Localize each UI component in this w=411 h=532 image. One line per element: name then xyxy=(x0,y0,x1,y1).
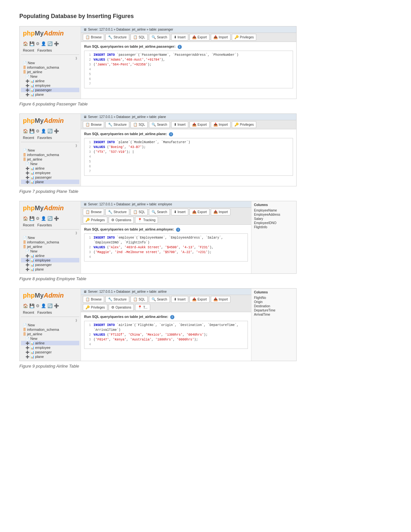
tree-item-new[interactable]: 📄New xyxy=(21,249,79,253)
toolbar-btn-operations[interactable]: ⚙ Operations xyxy=(109,304,134,311)
toolbar-btn-insert[interactable]: ⬇ Insert xyxy=(171,34,188,41)
db-icon[interactable]: 💾 xyxy=(29,41,34,46)
toolbar-btn-import[interactable]: 📥 Import xyxy=(211,34,230,41)
toolbar-btn-privileges[interactable]: 🔑 Privileges xyxy=(83,217,107,223)
plus-icon[interactable]: ➕ xyxy=(54,41,59,46)
toolbar-btn-operations[interactable]: ⚙ Operations xyxy=(109,217,134,223)
tree-item-airline[interactable]: ➕📊airline xyxy=(21,253,79,258)
tree-item-new[interactable]: 📄New xyxy=(21,235,79,240)
home-icon[interactable]: 🏠 xyxy=(23,129,28,133)
plus-icon[interactable]: ➕ xyxy=(54,129,59,133)
toolbar-btn-export[interactable]: 📤 Export xyxy=(190,121,210,128)
tree-item-information_schema[interactable]: 🗄information_schema xyxy=(21,240,79,244)
tree-item-jet_airline[interactable]: 🗄jet_airline xyxy=(21,70,79,74)
query-editor[interactable]: 1 INSERT INTO `passenger`(`PassengerName… xyxy=(84,51,293,88)
query-editor[interactable]: 1 INSERT INTO `plane`(`ModelNumber`, `Ma… xyxy=(84,138,293,176)
sync-icon[interactable]: 🔄 xyxy=(47,303,53,308)
tree-item-jet_airline[interactable]: 🗄jet_airline xyxy=(21,157,79,162)
toolbar-btn-import[interactable]: 📥 Import xyxy=(211,296,230,303)
tree-item-airline[interactable]: ➕📊airline xyxy=(21,79,79,83)
tree-item-information_schema[interactable]: 🗄information_schema xyxy=(21,65,79,70)
query-editor[interactable]: 1 INSERT INTO `airline`(`FlightNo`, `ori… xyxy=(84,321,248,349)
tree-item-jet_airline[interactable]: 🗄jet_airline xyxy=(21,332,79,336)
recent-link[interactable]: Recent xyxy=(23,136,34,140)
tree-item-employee[interactable]: ➕📊employee xyxy=(21,345,79,350)
tree-item-passenger[interactable]: ➕📊passenger xyxy=(21,262,79,267)
tree-item-passenger[interactable]: ➕📊passenger xyxy=(21,175,79,180)
tree-item-employee[interactable]: ➕📊employee xyxy=(21,171,79,175)
toolbar-btn-structure[interactable]: 🔧 Structure xyxy=(105,209,129,215)
tree-item-plane[interactable]: ➕📊plane xyxy=(21,354,79,359)
plus-icon[interactable]: ➕ xyxy=(54,303,59,308)
favorites-link[interactable]: Favorites xyxy=(37,48,52,52)
user-icon[interactable]: 👤 xyxy=(41,129,46,133)
toolbar-btn-structure[interactable]: 🔧 Structure xyxy=(105,296,129,303)
toolbar-btn-browse[interactable]: 📋 Browse xyxy=(83,296,104,303)
plus-icon[interactable]: ➕ xyxy=(54,216,59,221)
tree-item-new[interactable]: 📄New xyxy=(21,61,79,65)
tree-item-information_schema[interactable]: 🗄information_schema xyxy=(21,153,79,157)
user-icon[interactable]: 👤 xyxy=(41,41,46,46)
home-icon[interactable]: 🏠 xyxy=(23,216,28,221)
tree-item-employee[interactable]: ➕📊employee xyxy=(21,258,79,262)
sync-icon[interactable]: 🔄 xyxy=(47,216,53,221)
toolbar-btn-export[interactable]: 📤 Export xyxy=(190,296,210,303)
toolbar-btn-insert[interactable]: ⬇ Insert xyxy=(171,296,188,303)
tree-item-plane[interactable]: ➕📊plane xyxy=(21,180,79,184)
tree-item-employee[interactable]: ➕📊employee xyxy=(21,83,79,88)
recent-link[interactable]: Recent xyxy=(23,310,34,314)
toolbar-btn-browse[interactable]: 📋 Browse xyxy=(83,121,104,128)
toolbar-btn-sql[interactable]: 📋 SQL xyxy=(131,34,148,41)
settings-icon[interactable]: ⚙ xyxy=(36,41,40,46)
toolbar-btn-privileges[interactable]: 🔑 Privileges xyxy=(232,34,256,41)
user-icon[interactable]: 👤 xyxy=(41,303,46,308)
home-icon[interactable]: 🏠 xyxy=(23,303,28,308)
home-icon[interactable]: 🏠 xyxy=(23,41,28,46)
tree-item-jet_airline[interactable]: 🗄jet_airline xyxy=(21,244,79,249)
query-editor[interactable]: 1 INSERT INTO `employee`(`EmployeeName`,… xyxy=(84,233,248,261)
toolbar-btn-export[interactable]: 📤 Export xyxy=(190,209,210,215)
toolbar-btn-sql[interactable]: 📋 SQL xyxy=(131,121,148,128)
sync-icon[interactable]: 🔄 xyxy=(47,41,53,46)
recent-link[interactable]: Recent xyxy=(23,223,34,227)
tree-item-new[interactable]: 📄New xyxy=(21,323,79,327)
tree-item-new[interactable]: 📄New xyxy=(21,162,79,166)
tree-item-new[interactable]: 📄New xyxy=(21,74,79,79)
favorites-link[interactable]: Favorites xyxy=(37,136,52,140)
toolbar-btn-browse[interactable]: 📋 Browse xyxy=(83,34,104,41)
toolbar-btn-insert[interactable]: ⬇ Insert xyxy=(171,121,188,128)
toolbar-btn-search[interactable]: 🔍 Search xyxy=(149,296,170,303)
settings-icon[interactable]: ⚙ xyxy=(36,129,40,133)
toolbar-btn-insert[interactable]: ⬇ Insert xyxy=(171,209,188,215)
favorites-link[interactable]: Favorites xyxy=(37,223,52,227)
toolbar-btn-search[interactable]: 🔍 Search xyxy=(149,209,170,215)
tree-item-plane[interactable]: ➕📊plane xyxy=(21,92,79,97)
settings-icon[interactable]: ⚙ xyxy=(36,216,40,221)
toolbar-btn-search[interactable]: 🔍 Search xyxy=(149,34,170,41)
toolbar-btn-t...[interactable]: 📍 T... xyxy=(135,304,150,311)
tree-item-information_schema[interactable]: 🗄information_schema xyxy=(21,327,79,332)
toolbar-btn-structure[interactable]: 🔧 Structure xyxy=(105,121,129,128)
toolbar-btn-structure[interactable]: 🔧 Structure xyxy=(105,34,129,41)
toolbar-btn-browse[interactable]: 📋 Browse xyxy=(83,209,104,215)
toolbar-btn-sql[interactable]: 📋 SQL xyxy=(131,209,148,215)
tree-item-passenger[interactable]: ➕📊passenger xyxy=(21,350,79,354)
tree-item-new[interactable]: 📄New xyxy=(21,336,79,341)
toolbar-btn-export[interactable]: 📤 Export xyxy=(190,34,210,41)
toolbar-btn-search[interactable]: 🔍 Search xyxy=(149,121,170,128)
settings-icon[interactable]: ⚙ xyxy=(36,303,40,308)
user-icon[interactable]: 👤 xyxy=(41,216,46,221)
toolbar-btn-privileges[interactable]: 🔑 Privileges xyxy=(83,304,107,311)
db-icon[interactable]: 💾 xyxy=(29,129,34,133)
tree-item-airline[interactable]: ➕📊airline xyxy=(21,166,79,171)
db-icon[interactable]: 💾 xyxy=(29,303,34,308)
sync-icon[interactable]: 🔄 xyxy=(47,129,53,133)
tree-item-passenger[interactable]: ➕📊passenger xyxy=(21,88,79,92)
toolbar-btn-import[interactable]: 📥 Import xyxy=(211,121,230,128)
tree-item-plane[interactable]: ➕📊plane xyxy=(21,267,79,271)
toolbar-btn-import[interactable]: 📥 Import xyxy=(211,209,230,215)
toolbar-btn-privileges[interactable]: 🔑 Privileges xyxy=(232,121,256,128)
db-icon[interactable]: 💾 xyxy=(29,216,34,221)
toolbar-btn-tracking[interactable]: 📍 Tracking xyxy=(135,217,158,223)
favorites-link[interactable]: Favorites xyxy=(37,310,52,314)
